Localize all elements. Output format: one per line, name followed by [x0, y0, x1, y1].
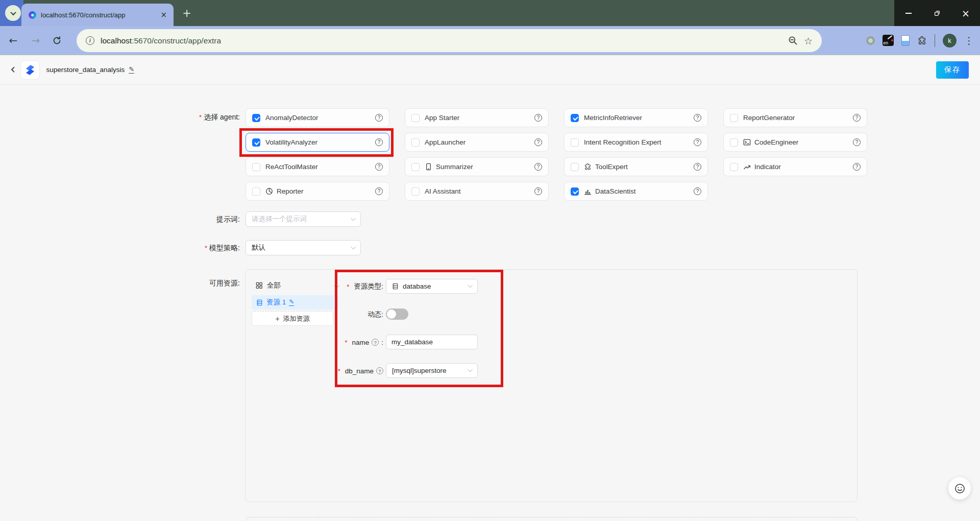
help-icon[interactable]: ? [375, 114, 383, 122]
agent-label: Intent Recognition Expert [584, 138, 662, 146]
agent-checkbox[interactable] [571, 163, 579, 171]
agent-checkbox[interactable] [411, 138, 420, 147]
agent-checkbox[interactable] [411, 114, 420, 122]
save-button[interactable]: 保存 [936, 61, 969, 79]
toolbar-separator [935, 34, 936, 47]
prompt-select[interactable]: 请选择一个提示词 [246, 211, 361, 227]
back-icon[interactable]: ← [7, 34, 19, 46]
browser-tab[interactable]: localhost:5670/construct/app × [21, 4, 174, 26]
url-path: :5670/construct/app/extra [132, 36, 221, 45]
edit-resource-icon[interactable]: ✎ [289, 299, 294, 306]
agent-checkbox[interactable] [411, 163, 420, 171]
minimize-button[interactable] [894, 0, 923, 26]
site-info-icon[interactable]: i [86, 36, 94, 45]
agent-label: AI Assistant [425, 187, 461, 195]
help-icon[interactable]: ? [534, 114, 542, 122]
database-icon [256, 299, 263, 306]
agent-checkbox[interactable] [411, 187, 420, 196]
resources-label: 可用资源: [209, 279, 240, 288]
agent-card-app-starter[interactable]: App Starter? [405, 108, 549, 127]
help-icon[interactable]: ? [694, 138, 701, 146]
application-window: localhost:5670/construct/app × + × ← → i… [0, 0, 980, 521]
help-icon[interactable]: ? [375, 187, 383, 195]
help-icon[interactable]: ? [534, 138, 542, 146]
strategy-value: 默认 [252, 243, 265, 252]
agent-card-reportgenerator[interactable]: ReportGenerator? [723, 108, 867, 127]
agent-card-intent-recognition-expert[interactable]: Intent Recognition Expert? [564, 133, 708, 152]
agent-card-summarizer[interactable]: Summarizer? [405, 157, 549, 176]
agent-checkbox[interactable] [730, 114, 738, 122]
agent-card-applauncher[interactable]: AppLauncher? [405, 133, 549, 152]
agent-card-anomalydetector[interactable]: AnomalyDetector? [246, 108, 389, 127]
app-logo [20, 60, 40, 80]
agent-checkbox[interactable] [252, 187, 260, 196]
help-icon[interactable]: ? [694, 114, 701, 122]
agent-select-label: 选择 agent: [199, 113, 240, 122]
agent-card-codeengineer[interactable]: CodeEngineer? [723, 133, 867, 152]
tab-close-icon[interactable]: × [159, 11, 168, 19]
bars-icon [584, 187, 592, 195]
document-extension-icon[interactable] [901, 35, 910, 46]
agent-label: ToolExpert [595, 163, 628, 171]
tab-favicon-icon [29, 11, 36, 19]
agent-card-datascientist[interactable]: DataScientist? [564, 182, 708, 201]
chevron-down-icon [351, 244, 356, 249]
trend-icon [743, 163, 751, 171]
url-bar[interactable]: i localhost:5670/construct/app/extra ☆ [77, 29, 822, 52]
help-icon[interactable]: ? [375, 163, 383, 171]
feedback-fab[interactable] [948, 477, 971, 500]
puzzle-icon [584, 163, 592, 171]
back-chevron-icon[interactable]: ‹ [10, 62, 15, 76]
pie-icon [265, 187, 273, 195]
strategy-select[interactable]: 默认 [246, 240, 361, 255]
prompt-placeholder: 请选择一个提示词 [252, 215, 307, 224]
agent-checkbox[interactable] [252, 163, 260, 171]
restore-button[interactable] [923, 0, 951, 26]
agent-label: CodeEngineer [754, 138, 798, 146]
close-button[interactable]: × [951, 0, 980, 26]
agent-checkbox[interactable] [730, 138, 738, 147]
agent-checkbox[interactable] [571, 138, 579, 147]
agent-checkbox[interactable] [571, 187, 579, 196]
agent-label: AppLauncher [425, 138, 465, 146]
zoom-out-icon[interactable] [788, 36, 798, 45]
help-icon[interactable]: ? [694, 187, 701, 195]
agent-card-reporter[interactable]: Reporter? [246, 182, 389, 201]
forward-icon[interactable]: → [30, 34, 42, 46]
help-icon[interactable]: ? [534, 163, 542, 171]
app-header: ‹ superstore_data_analysis ✎ 保存 [0, 55, 980, 85]
agent-label: DataScientist [595, 187, 636, 195]
agent-card-reacttoolmaster[interactable]: ReActToolMaster? [246, 157, 389, 176]
ime-label: en [884, 40, 888, 45]
tab-search-button[interactable] [5, 5, 21, 21]
agent-checkbox[interactable] [730, 163, 738, 171]
edit-title-icon[interactable]: ✎ [129, 66, 134, 74]
agent-card-toolexpert[interactable]: ToolExpert? [564, 157, 708, 176]
browser-menu-icon[interactable]: ⋮ [964, 35, 974, 46]
agent-checkbox[interactable] [571, 114, 579, 122]
help-icon[interactable]: ? [853, 114, 861, 122]
agent-card-ai-assistant[interactable]: AI Assistant? [405, 182, 549, 201]
profile-avatar[interactable]: k [943, 34, 957, 48]
tab-title: localhost:5670/construct/app [41, 11, 154, 19]
help-icon[interactable]: ? [534, 187, 542, 195]
restore-icon [934, 10, 941, 17]
agent-card-metricinforetriever[interactable]: MetricInfoRetriever? [564, 108, 708, 127]
browser-tab-strip: localhost:5670/construct/app × + × [0, 0, 980, 26]
reload-icon[interactable] [52, 36, 62, 45]
annotation-box-resource-form [335, 270, 503, 387]
bookmark-star-icon[interactable]: ☆ [804, 35, 813, 46]
next-section-dashed-panel [246, 517, 857, 521]
help-icon[interactable]: ? [853, 163, 861, 171]
strategy-label: 模型策略: [205, 244, 240, 253]
agent-label: ReActToolMaster [265, 163, 318, 171]
agent-checkbox[interactable] [252, 114, 260, 122]
extension-ring-icon[interactable] [866, 36, 875, 45]
extensions-puzzle-icon[interactable] [917, 36, 927, 45]
help-icon[interactable]: ? [694, 163, 701, 171]
new-tab-button[interactable]: + [180, 6, 194, 20]
page-title: superstore_data_analysis [46, 66, 125, 74]
agent-card-indicator[interactable]: Indicator? [723, 157, 867, 176]
ime-icon[interactable]: en [883, 35, 894, 46]
help-icon[interactable]: ? [853, 138, 861, 146]
